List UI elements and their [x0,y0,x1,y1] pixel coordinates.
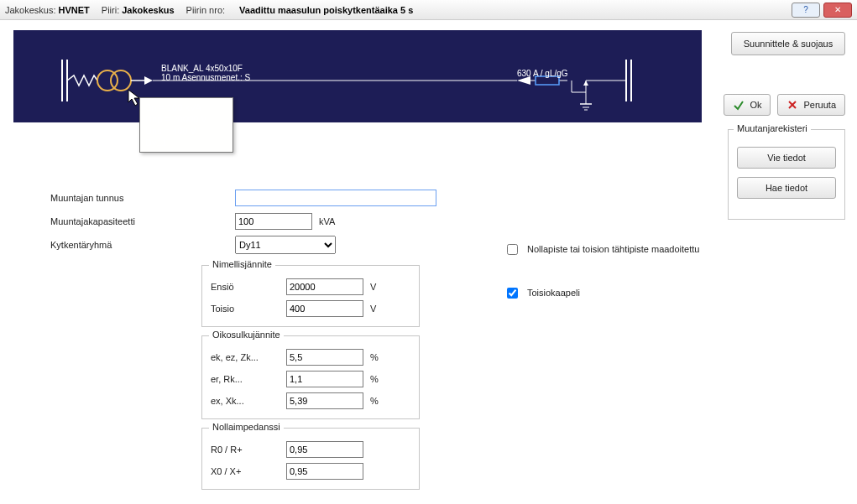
single-line-diagram[interactable]: BLANK_AL 4x50x10F 10 m Asennusmenet.: S … [13,30,702,122]
window-close-button[interactable]: ✕ [823,3,852,18]
nollaimp-legend: Nollaimpedanssi [209,422,284,432]
er-unit: % [370,374,379,384]
titlebar-vaadittu: Vaadittu maasulun poiskytkentäaika 5 s [239,5,413,15]
nimellisjannite-group: Nimellisjännite Ensiö V Toisio V [201,265,420,327]
kapasiteetti-label: Muuntajakapasiteetti [50,216,235,226]
ex-input[interactable] [286,392,363,409]
tunnus-input[interactable] [235,190,436,206]
nollaimp-group: Nollaimpedanssi R0 / R+ X0 / X+ [201,428,420,490]
ensio-unit: V [370,282,376,292]
tunnus-label: Muuntajan tunnus [50,193,235,203]
er-label: er, Rk... [211,374,286,384]
toisiokaapeli-checkbox-row: Toisiokaapeli [504,282,789,304]
r0-label: R0 / R+ [211,444,286,455]
help-button[interactable]: ? [792,3,820,18]
toisio-unit: V [370,304,376,314]
check-icon [733,99,745,111]
content: BLANK_AL 4x50x10F 10 m Asennusmenet.: S … [0,20,857,504]
form-panel: Muuntajan tunnus Muuntajakapasiteetti kV… [0,127,857,504]
oikosulku-group: Oikosulkujännite ek, ez, Zk... % er, Rk.… [201,335,420,419]
kapasiteetti-unit: kVA [319,216,344,226]
diagram-cable-label: BLANK_AL 4x50x10F 10 m Asennusmenet.: S [161,64,250,82]
nollapiste-checkbox-row: Nollapiste tai toision tähtipiste maadoi… [504,238,789,260]
ok-button[interactable]: Ok [724,94,771,116]
titlebar-piirinro: Piirin nro: [186,5,225,15]
x0-input[interactable] [286,463,363,480]
titlebar-jakokeskus: Jakokeskus:HVNET [5,5,90,15]
toisio-label: Toisio [211,304,286,314]
titlebar: Jakokeskus:HVNET Piiri:Jakokeskus Piirin… [0,0,857,20]
svg-marker-16 [583,81,588,86]
svg-marker-20 [128,90,139,106]
design-protection-button[interactable]: Suunnittele & suojaus [731,32,845,55]
kytkenta-label: Kytkentäryhmä [50,240,235,250]
er-input[interactable] [286,371,363,387]
ex-label: ex, Xk... [211,396,286,406]
oikosulku-legend: Oikosulkujännite [209,330,284,340]
ex-unit: % [370,396,379,406]
kytkenta-select[interactable]: Dy11 [235,236,336,254]
cancel-button[interactable]: Peruuta [777,94,845,116]
close-icon [786,99,798,111]
ensio-label: Ensiö [211,282,286,292]
titlebar-piiri: Piiri:Jakokeskus [102,5,175,15]
ek-label: ek, ez, Zk... [211,352,286,362]
ek-input[interactable] [286,349,363,366]
kapasiteetti-input[interactable] [235,213,312,230]
ensio-input[interactable] [286,278,363,295]
toisio-input[interactable] [286,300,363,317]
x0-label: X0 / X+ [211,466,286,476]
svg-point-3 [111,70,131,91]
nollapiste-checkbox[interactable] [507,244,518,255]
r0-input[interactable] [286,441,363,458]
toisiokaapeli-label: Toisiokaapeli [527,288,580,298]
toisiokaapeli-checkbox[interactable] [507,288,518,299]
svg-marker-5 [144,76,153,85]
nimellisjannite-legend: Nimellisjännite [209,259,275,269]
nollapiste-label: Nollapiste tai toision tähtipiste maadoi… [527,244,699,254]
diagram-fuse-label: 630 A / gL/gG [517,69,568,78]
ek-unit: % [370,352,379,362]
